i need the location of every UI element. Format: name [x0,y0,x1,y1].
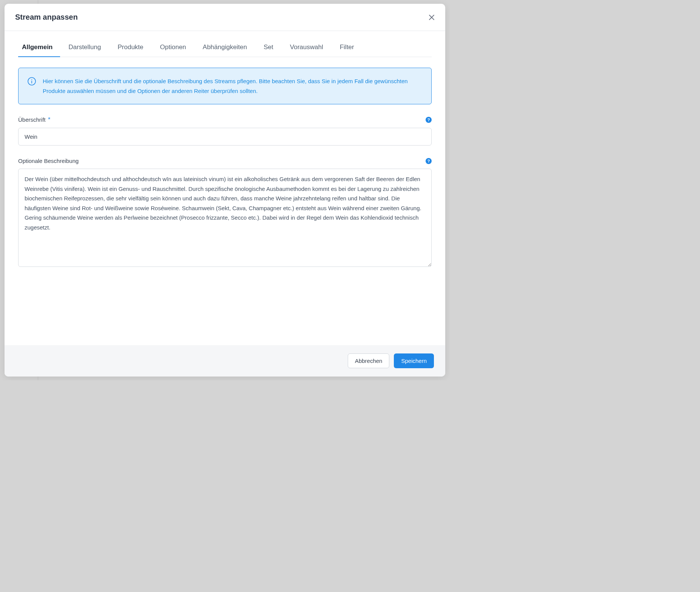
description-label: Optionale Beschreibung [18,158,79,164]
tab-allgemein[interactable]: Allgemein [18,40,60,57]
modal-body: Allgemein Darstellung Produkte Optionen … [5,31,445,345]
field-label-wrap: Überschrift * [18,116,50,123]
modal-title: Stream anpassen [15,13,78,22]
tab-set[interactable]: Set [256,40,282,57]
modal-header: Stream anpassen [5,4,445,31]
required-marker: * [48,116,50,123]
field-description: Optionale Beschreibung ? [18,158,432,268]
tab-optionen[interactable]: Optionen [152,40,194,57]
save-button[interactable]: Speichern [394,353,434,368]
cancel-button[interactable]: Abbrechen [348,353,390,368]
close-icon[interactable] [429,14,435,20]
heading-input[interactable] [18,128,432,146]
help-icon[interactable]: ? [426,158,432,164]
tab-darstellung[interactable]: Darstellung [60,40,109,57]
modal-footer: Abbrechen Speichern [5,345,445,377]
tabs: Allgemein Darstellung Produkte Optionen … [18,39,432,57]
svg-point-4 [31,79,32,80]
heading-label: Überschrift [18,116,46,123]
description-textarea[interactable] [18,169,432,267]
info-banner: Hier können Sie die Überschrift und die … [18,68,432,104]
help-icon[interactable]: ? [426,117,432,123]
modal-dialog: Stream anpassen Allgemein Darstellung Pr… [5,4,445,377]
field-label-row: Überschrift * ? [18,116,432,123]
info-text: Hier können Sie die Überschrift und die … [43,76,422,96]
info-icon [28,77,36,85]
tab-vorauswahl[interactable]: Vorauswahl [282,40,331,57]
tab-filter[interactable]: Filter [331,40,362,57]
field-heading: Überschrift * ? [18,116,432,146]
tab-produkte[interactable]: Produkte [109,40,152,57]
field-label-row: Optionale Beschreibung ? [18,158,432,164]
tab-abhaengigkeiten[interactable]: Abhängigkeiten [194,40,255,57]
